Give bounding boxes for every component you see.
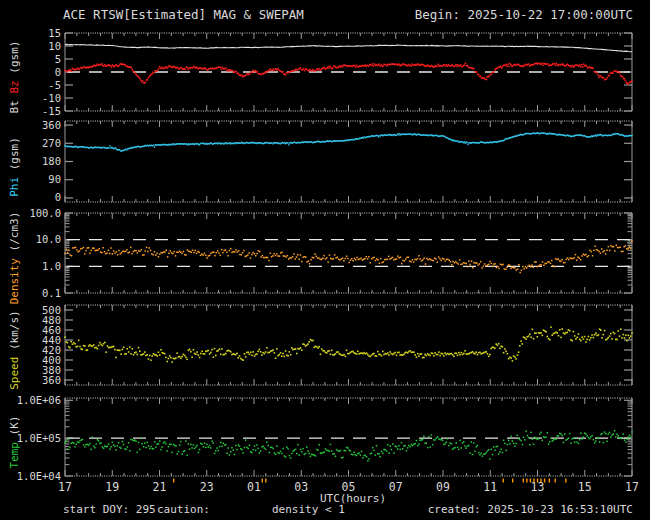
- series-temp: [64, 430, 633, 462]
- panel-temp: 1.0E+061.0E+051.0E+04: [17, 394, 633, 482]
- svg-text:360: 360: [42, 119, 61, 131]
- svg-text:1.0: 1.0: [42, 260, 61, 272]
- svg-text:270: 270: [42, 137, 61, 149]
- series-phi: [64, 132, 632, 152]
- svg-text:17: 17: [58, 480, 72, 494]
- svg-text:07: 07: [389, 480, 403, 494]
- footer-caution-label: caution:: [157, 503, 210, 516]
- panel-phi: 360270180900: [42, 119, 633, 204]
- panel-bt-bz: 151050-5-10-15: [42, 27, 633, 117]
- footer-created-timestamp: created: 2025-10-23 16:53:10UTC: [428, 503, 633, 516]
- svg-text:17: 17: [625, 480, 639, 494]
- svg-text:10: 10: [48, 40, 61, 52]
- svg-text:01: 01: [247, 480, 261, 494]
- panel-speed: 500480460440420400380360: [42, 304, 633, 386]
- svg-text:09: 09: [436, 480, 450, 494]
- svg-text:180: 180: [42, 155, 61, 167]
- series-bz: [64, 62, 633, 85]
- series-speed: [64, 326, 633, 363]
- svg-text:1.0E+05: 1.0E+05: [17, 432, 61, 444]
- series-density: [64, 241, 633, 274]
- svg-text:0: 0: [55, 66, 61, 78]
- svg-text:10.0: 10.0: [36, 233, 61, 245]
- svg-text:03: 03: [294, 480, 308, 494]
- svg-text:11: 11: [483, 480, 497, 494]
- svg-text:360: 360: [42, 374, 61, 386]
- chart-canvas: 151050-5-10-15360270180900100.010.01.00.…: [0, 0, 650, 520]
- svg-text:-15: -15: [42, 105, 61, 117]
- svg-text:-10: -10: [42, 92, 61, 104]
- svg-text:0: 0: [55, 191, 61, 203]
- svg-text:0.1: 0.1: [42, 287, 61, 299]
- caution-marks: [174, 479, 566, 483]
- series-bt: [65, 44, 632, 52]
- svg-text:-5: -5: [48, 79, 61, 91]
- svg-text:21: 21: [153, 480, 167, 494]
- svg-text:100.0: 100.0: [29, 207, 61, 219]
- svg-text:1.0E+06: 1.0E+06: [17, 394, 61, 406]
- svg-text:15: 15: [48, 27, 61, 39]
- svg-text:1.0E+04: 1.0E+04: [17, 470, 61, 482]
- svg-text:5: 5: [55, 53, 61, 65]
- svg-text:19: 19: [105, 480, 119, 494]
- footer-start-doy: start DOY: 295: [63, 503, 156, 516]
- ace-rtsw-plot: ACE RTSW[Estimated] MAG & SWEPAM Begin: …: [0, 0, 650, 520]
- panel-density: 100.010.01.00.1: [29, 207, 632, 299]
- svg-text:90: 90: [48, 173, 61, 185]
- svg-text:15: 15: [578, 480, 592, 494]
- svg-text:23: 23: [200, 480, 214, 494]
- footer-caution-value: density < 1: [272, 503, 345, 516]
